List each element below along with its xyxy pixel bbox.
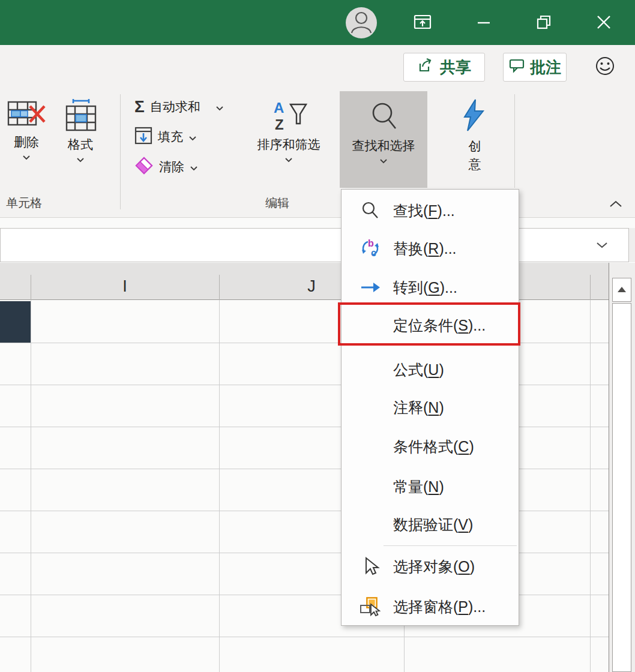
share-button-label: 共享 <box>440 57 471 78</box>
no-icon <box>358 475 382 499</box>
chevron-down-icon <box>76 155 85 164</box>
menu-item-label: 选择对象(O) <box>393 557 475 577</box>
scroll-up-button[interactable] <box>612 278 631 302</box>
sort-filter-button[interactable]: A Z 排序和筛选 <box>244 90 334 188</box>
chevron-down-icon <box>22 153 31 162</box>
menu-item-label: 选择窗格(P)... <box>393 597 486 617</box>
menu-item-formulas[interactable]: 公式(U) <box>342 350 519 389</box>
grid-row-line <box>0 637 609 637</box>
chevron-down-icon <box>379 157 388 166</box>
menu-item-go-to-special[interactable]: 定位条件(S)... <box>342 306 519 344</box>
column-header-J[interactable]: J <box>307 277 316 296</box>
minimize-button[interactable] <box>473 14 495 31</box>
column-divider <box>31 275 31 300</box>
format-button-label: 格式 <box>68 137 93 152</box>
excel-window: 共享 批注 <box>0 0 635 672</box>
no-icon <box>358 313 382 337</box>
chevron-down-icon <box>284 155 293 164</box>
delete-button-label: 删除 <box>14 135 39 149</box>
comment-icon <box>508 58 525 77</box>
sort-filter-label: 排序和筛选 <box>257 137 321 152</box>
ribbon-display-options-button[interactable] <box>412 13 433 32</box>
menu-item-label: 公式(U) <box>393 360 444 380</box>
formula-bar[interactable] <box>0 228 629 262</box>
menu-item-go-to[interactable]: 转到(G)... <box>342 268 519 307</box>
grid-column-line <box>219 300 220 672</box>
column-header-I[interactable]: I <box>122 277 127 296</box>
format-cells-icon <box>62 98 99 134</box>
ribbon: 共享 批注 <box>0 45 635 218</box>
fill-button[interactable]: 填充 <box>134 126 197 148</box>
scrollbar-thumb[interactable] <box>612 303 631 672</box>
menu-item-label: 转到(G)... <box>393 278 457 298</box>
comments-button-label: 批注 <box>530 57 561 78</box>
menu-item-selection-pane[interactable]: 选择窗格(P)... <box>342 587 519 626</box>
editing-group-label: 编辑 <box>235 195 319 211</box>
no-icon <box>358 395 382 419</box>
menu-item-label: 定位条件(S)... <box>393 316 486 335</box>
clear-button[interactable]: 清除 <box>134 156 198 178</box>
selected-cell[interactable] <box>0 301 31 343</box>
replace-icon: bc <box>358 236 382 260</box>
ribbon-display-options-icon <box>413 14 432 32</box>
share-button[interactable]: 共享 <box>403 53 485 82</box>
grid-column-line <box>31 300 31 672</box>
menu-item-find[interactable]: 查找(F)... <box>342 191 519 230</box>
no-icon <box>358 434 382 458</box>
close-button[interactable] <box>593 13 615 32</box>
title-bar <box>0 0 635 45</box>
ideas-button[interactable]: 创意 <box>449 90 501 188</box>
comments-button[interactable]: 批注 <box>503 53 567 82</box>
svg-text:c: c <box>371 248 376 258</box>
triangle-up-icon <box>617 286 627 295</box>
autosum-button[interactable]: Σ 自动求和 <box>134 96 224 118</box>
menu-item-comments[interactable]: 注释(N) <box>342 388 519 427</box>
group-separator <box>120 94 121 209</box>
column-divider <box>590 275 591 300</box>
goto-icon <box>358 275 382 299</box>
menu-item-label: 常量(N) <box>393 477 444 497</box>
autosum-icon: Σ <box>134 97 145 116</box>
grid-column-line <box>590 300 591 672</box>
fill-label: 填充 <box>158 128 183 145</box>
chevron-up-icon <box>609 200 622 209</box>
formula-bar-expand-chevron-icon[interactable] <box>596 241 608 251</box>
minimize-icon <box>476 14 492 32</box>
menu-item-constants[interactable]: 常量(N) <box>342 467 519 506</box>
feedback-button[interactable] <box>594 56 616 77</box>
avatar-icon <box>346 6 377 40</box>
menu-item-label: 条件格式(C) <box>393 437 474 457</box>
svg-text:A: A <box>274 100 284 116</box>
collapse-ribbon-button[interactable] <box>605 197 627 212</box>
restore-icon <box>535 14 552 32</box>
ribbon-lower-strip <box>0 218 635 228</box>
formula-bar-gap <box>629 228 635 262</box>
account-avatar[interactable] <box>346 7 377 38</box>
column-divider <box>219 275 220 300</box>
menu-item-conditional-formatting[interactable]: 条件格式(C) <box>342 427 519 466</box>
find-select-magnifier-icon <box>367 100 400 135</box>
menu-item-data-validation[interactable]: 数据验证(V) <box>342 505 519 544</box>
find-select-button[interactable]: 查找和选择 <box>340 91 427 188</box>
find-icon <box>358 199 382 223</box>
clear-eraser-icon <box>134 156 154 178</box>
menu-item-label: 查找(F)... <box>393 201 455 221</box>
menu-item-replace[interactable]: bc替换(R)... <box>342 229 519 268</box>
group-separator <box>514 94 515 188</box>
autosum-label: 自动求和 <box>150 98 200 115</box>
svg-text:b: b <box>368 238 374 248</box>
sort-filter-icon: A Z <box>270 98 307 134</box>
delete-cells-button[interactable]: 删除 <box>4 90 49 188</box>
find-select-dropdown-menu: 查找(F)...bc替换(R)...转到(G)...定位条件(S)...公式(U… <box>341 189 519 626</box>
svg-text:Z: Z <box>275 116 284 132</box>
menu-item-select-objects[interactable]: 选择对象(O) <box>342 547 519 586</box>
restore-button[interactable] <box>533 13 555 32</box>
chevron-down-icon <box>190 160 198 174</box>
smiley-icon <box>594 55 616 79</box>
menu-item-label: 数据验证(V) <box>393 515 473 535</box>
ideas-lightning-icon <box>459 98 490 134</box>
selection-pane-icon <box>358 595 382 619</box>
format-cells-button[interactable]: 格式 <box>56 90 104 188</box>
ideas-label: 创意 <box>468 137 482 173</box>
clear-label: 清除 <box>159 158 184 175</box>
